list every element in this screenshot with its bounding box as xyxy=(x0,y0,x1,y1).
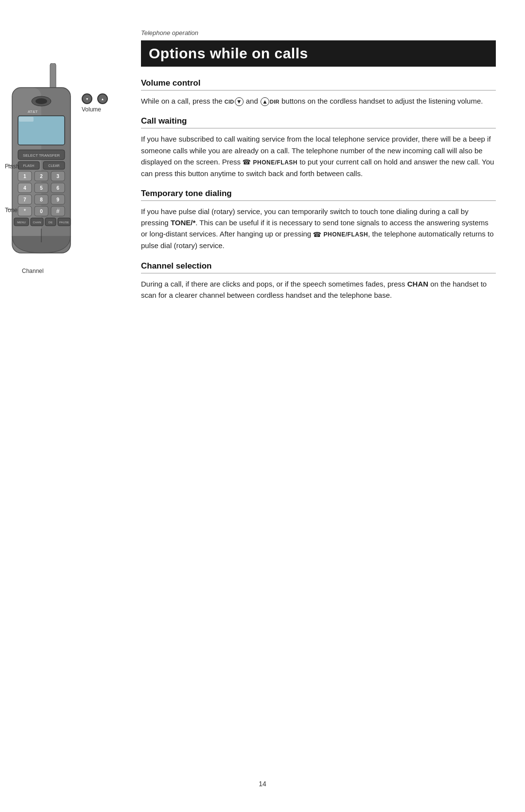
svg-rect-7 xyxy=(19,117,34,122)
svg-text:SELECT TRANSFER: SELECT TRANSFER xyxy=(23,153,60,158)
temporary-tone-heading: Temporary tone dialing xyxy=(141,189,232,198)
volume-label: Volume xyxy=(82,106,101,113)
svg-text:8: 8 xyxy=(40,197,43,202)
volume-control-text: While on a call, press the CID▼ and ▲DIR… xyxy=(141,95,496,107)
cid-button-icon: ▼ xyxy=(82,93,92,104)
svg-text:4: 4 xyxy=(23,185,26,191)
svg-text:PAUSE: PAUSE xyxy=(59,221,69,224)
svg-text:5: 5 xyxy=(40,185,43,191)
svg-text:CHAN: CHAN xyxy=(33,221,41,224)
svg-text:7: 7 xyxy=(23,197,26,202)
svg-text:FLASH: FLASH xyxy=(23,164,35,167)
svg-text:CLEAR: CLEAR xyxy=(48,164,59,167)
page: ▼ ▲ Volume xyxy=(0,0,525,812)
channel-selection-section: Channel selection During a call, if ther… xyxy=(141,261,496,301)
flash-label: Flash xyxy=(5,163,19,170)
dir-button-icon: ▲ xyxy=(97,93,108,104)
page-number: 14 xyxy=(0,770,525,797)
svg-text:*: * xyxy=(24,208,26,215)
svg-text:#: # xyxy=(56,208,60,215)
svg-text:9: 9 xyxy=(56,197,59,202)
volume-button-group: ▼ ▲ xyxy=(82,93,108,104)
svg-text:MENU: MENU xyxy=(17,221,26,224)
svg-text:AT&T: AT&T xyxy=(28,109,38,114)
svg-text:6: 6 xyxy=(56,185,59,191)
svg-point-4 xyxy=(35,98,47,104)
right-column: Telephone operation Options while on cal… xyxy=(126,29,525,783)
call-waiting-header: Call waiting xyxy=(141,116,496,128)
channel-selection-text: During a call, if there are clicks and p… xyxy=(141,278,496,301)
volume-control-header: Volume control xyxy=(141,78,496,90)
svg-text:1: 1 xyxy=(23,174,26,179)
svg-text:2: 2 xyxy=(40,174,43,179)
svg-text:3: 3 xyxy=(56,174,59,179)
channel-selection-heading: Channel selection xyxy=(141,261,211,271)
svg-text:DE: DE xyxy=(49,221,52,224)
volume-control-heading: Volume control xyxy=(141,78,200,88)
page-title: Options while on calls xyxy=(149,45,488,62)
section-title-bar: Options while on calls xyxy=(141,40,496,67)
temporary-tone-text: If you have pulse dial (rotary) service,… xyxy=(141,206,496,252)
channel-label: Channel xyxy=(22,268,44,274)
temporary-tone-section: Temporary tone dialing If you have pulse… xyxy=(141,189,496,252)
call-waiting-text: If you have subscribed to call waiting s… xyxy=(141,133,496,179)
svg-text:0: 0 xyxy=(40,209,43,214)
section-subtitle: Telephone operation xyxy=(141,29,496,36)
temporary-tone-header: Temporary tone dialing xyxy=(141,189,496,201)
volume-control-section: Volume control While on a call, press th… xyxy=(141,78,496,107)
call-waiting-heading: Call waiting xyxy=(141,116,187,126)
left-column: ▼ ▲ Volume xyxy=(0,29,126,783)
channel-selection-header: Channel selection xyxy=(141,261,496,273)
call-waiting-section: Call waiting If you have subscribed to c… xyxy=(141,116,496,179)
tone-label: Tone xyxy=(5,207,18,214)
